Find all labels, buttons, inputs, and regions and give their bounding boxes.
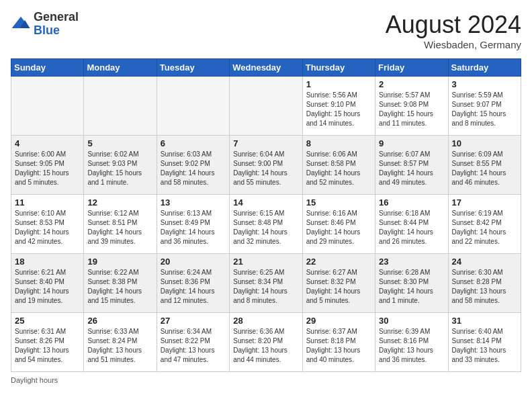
calendar-cell: 6Sunrise: 6:03 AMSunset: 9:02 PMDaylight… [157, 136, 229, 195]
day-info: Sunrise: 6:40 AMSunset: 8:14 PMDaylight:… [452, 327, 517, 365]
day-info: Sunrise: 6:25 AMSunset: 8:34 PMDaylight:… [233, 268, 298, 306]
week-row-2: 4Sunrise: 6:00 AMSunset: 9:05 PMDaylight… [11, 136, 521, 195]
header-cell-wednesday: Wednesday [230, 59, 302, 77]
day-info: Sunrise: 6:34 AMSunset: 8:22 PMDaylight:… [161, 327, 226, 365]
calendar-cell: 23Sunrise: 6:28 AMSunset: 8:30 PMDayligh… [375, 254, 448, 313]
day-info: Sunrise: 6:33 AMSunset: 8:24 PMDaylight:… [87, 327, 152, 365]
day-info: Sunrise: 6:06 AMSunset: 8:58 PMDaylight:… [306, 150, 371, 187]
day-number: 28 [233, 316, 298, 326]
logo: General Blue [11, 11, 79, 38]
day-number: 19 [87, 257, 152, 267]
day-number: 26 [87, 316, 152, 326]
calendar-cell [230, 77, 302, 136]
logo-blue: Blue [34, 24, 79, 38]
calendar-cell: 5Sunrise: 6:02 AMSunset: 9:03 PMDaylight… [84, 136, 157, 195]
location: Wiesbaden, Germany [386, 39, 521, 50]
calendar-cell: 4Sunrise: 6:00 AMSunset: 9:05 PMDaylight… [11, 136, 84, 195]
calendar-cell: 26Sunrise: 6:33 AMSunset: 8:24 PMDayligh… [84, 313, 157, 372]
logo-text: General Blue [34, 11, 79, 38]
day-number: 12 [87, 197, 152, 208]
page-header: General Blue August 2024 Wiesbaden, Germ… [11, 11, 521, 50]
day-info: Sunrise: 6:24 AMSunset: 8:36 PMDaylight:… [161, 268, 226, 306]
day-number: 2 [379, 79, 444, 89]
calendar-cell: 15Sunrise: 6:16 AMSunset: 8:46 PMDayligh… [302, 195, 375, 254]
day-number: 24 [452, 257, 517, 267]
calendar-cell: 8Sunrise: 6:06 AMSunset: 8:58 PMDaylight… [302, 136, 375, 195]
calendar-cell: 24Sunrise: 6:30 AMSunset: 8:28 PMDayligh… [448, 254, 521, 313]
header-row: SundayMondayTuesdayWednesdayThursdayFrid… [11, 59, 521, 77]
calendar-cell: 7Sunrise: 6:04 AMSunset: 9:00 PMDaylight… [230, 136, 302, 195]
week-row-3: 11Sunrise: 6:10 AMSunset: 8:53 PMDayligh… [11, 195, 521, 254]
calendar-cell: 29Sunrise: 6:37 AMSunset: 8:18 PMDayligh… [302, 313, 375, 372]
day-info: Sunrise: 6:10 AMSunset: 8:53 PMDaylight:… [15, 209, 80, 246]
day-number: 10 [452, 138, 517, 148]
day-info: Sunrise: 6:16 AMSunset: 8:46 PMDaylight:… [306, 209, 371, 246]
day-number: 30 [379, 316, 444, 326]
day-info: Sunrise: 6:30 AMSunset: 8:28 PMDaylight:… [452, 268, 517, 306]
day-number: 15 [306, 197, 371, 208]
calendar-cell [157, 77, 229, 136]
day-number: 27 [161, 316, 226, 326]
calendar-cell: 17Sunrise: 6:19 AMSunset: 8:42 PMDayligh… [448, 195, 521, 254]
day-number: 17 [452, 197, 517, 208]
calendar-cell: 27Sunrise: 6:34 AMSunset: 8:22 PMDayligh… [157, 313, 229, 372]
calendar-cell: 14Sunrise: 6:15 AMSunset: 8:48 PMDayligh… [230, 195, 302, 254]
day-number: 11 [15, 197, 80, 208]
calendar-cell: 3Sunrise: 5:59 AMSunset: 9:07 PMDaylight… [448, 77, 521, 136]
calendar-cell: 12Sunrise: 6:12 AMSunset: 8:51 PMDayligh… [84, 195, 157, 254]
day-number: 20 [161, 257, 226, 267]
calendar-cell [84, 77, 157, 136]
day-info: Sunrise: 6:03 AMSunset: 9:02 PMDaylight:… [161, 150, 226, 187]
header-cell-saturday: Saturday [448, 59, 521, 77]
day-info: Sunrise: 6:36 AMSunset: 8:20 PMDaylight:… [233, 327, 298, 365]
calendar-cell: 30Sunrise: 6:39 AMSunset: 8:16 PMDayligh… [375, 313, 448, 372]
day-info: Sunrise: 6:27 AMSunset: 8:32 PMDaylight:… [306, 268, 371, 306]
day-info: Sunrise: 5:57 AMSunset: 9:08 PMDaylight:… [379, 91, 444, 128]
calendar-cell: 1Sunrise: 5:56 AMSunset: 9:10 PMDaylight… [302, 77, 375, 136]
day-number: 8 [306, 138, 371, 148]
header-cell-friday: Friday [375, 59, 448, 77]
calendar-cell: 2Sunrise: 5:57 AMSunset: 9:08 PMDaylight… [375, 77, 448, 136]
day-info: Sunrise: 6:02 AMSunset: 9:03 PMDaylight:… [87, 150, 152, 187]
day-info: Sunrise: 6:13 AMSunset: 8:49 PMDaylight:… [161, 209, 226, 246]
day-info: Sunrise: 5:59 AMSunset: 9:07 PMDaylight:… [452, 91, 517, 128]
day-info: Sunrise: 6:00 AMSunset: 9:05 PMDaylight:… [15, 150, 80, 187]
day-info: Sunrise: 6:18 AMSunset: 8:44 PMDaylight:… [379, 209, 444, 246]
calendar-cell: 11Sunrise: 6:10 AMSunset: 8:53 PMDayligh… [11, 195, 84, 254]
week-row-1: 1Sunrise: 5:56 AMSunset: 9:10 PMDaylight… [11, 77, 521, 136]
calendar-cell: 28Sunrise: 6:36 AMSunset: 8:20 PMDayligh… [230, 313, 302, 372]
day-number: 3 [452, 79, 517, 89]
calendar-cell: 19Sunrise: 6:22 AMSunset: 8:38 PMDayligh… [84, 254, 157, 313]
calendar-table: SundayMondayTuesdayWednesdayThursdayFrid… [11, 58, 521, 372]
header-cell-monday: Monday [84, 59, 157, 77]
day-info: Sunrise: 5:56 AMSunset: 9:10 PMDaylight:… [306, 91, 371, 128]
day-number: 5 [87, 138, 152, 148]
calendar-cell: 18Sunrise: 6:21 AMSunset: 8:40 PMDayligh… [11, 254, 84, 313]
day-number: 23 [379, 257, 444, 267]
month-title: August 2024 [386, 11, 521, 39]
calendar-cell: 20Sunrise: 6:24 AMSunset: 8:36 PMDayligh… [157, 254, 229, 313]
calendar-cell: 25Sunrise: 6:31 AMSunset: 8:26 PMDayligh… [11, 313, 84, 372]
calendar-cell [11, 77, 84, 136]
calendar-cell: 22Sunrise: 6:27 AMSunset: 8:32 PMDayligh… [302, 254, 375, 313]
day-info: Sunrise: 6:31 AMSunset: 8:26 PMDaylight:… [15, 327, 80, 365]
day-info: Sunrise: 6:04 AMSunset: 9:00 PMDaylight:… [233, 150, 298, 187]
day-number: 6 [161, 138, 226, 148]
day-number: 7 [233, 138, 298, 148]
day-number: 1 [306, 79, 371, 89]
day-number: 29 [306, 316, 371, 326]
day-number: 18 [15, 257, 80, 267]
logo-icon [11, 14, 31, 34]
day-number: 13 [161, 197, 226, 208]
day-info: Sunrise: 6:37 AMSunset: 8:18 PMDaylight:… [306, 327, 371, 365]
day-number: 16 [379, 197, 444, 208]
calendar-cell: 21Sunrise: 6:25 AMSunset: 8:34 PMDayligh… [230, 254, 302, 313]
day-info: Sunrise: 6:07 AMSunset: 8:57 PMDaylight:… [379, 150, 444, 187]
day-info: Sunrise: 6:22 AMSunset: 8:38 PMDaylight:… [87, 268, 152, 306]
day-number: 31 [452, 316, 517, 326]
title-block: August 2024 Wiesbaden, Germany [386, 11, 521, 50]
day-info: Sunrise: 6:39 AMSunset: 8:16 PMDaylight:… [379, 327, 444, 365]
day-info: Sunrise: 6:15 AMSunset: 8:48 PMDaylight:… [233, 209, 298, 246]
week-row-4: 18Sunrise: 6:21 AMSunset: 8:40 PMDayligh… [11, 254, 521, 313]
day-number: 4 [15, 138, 80, 148]
